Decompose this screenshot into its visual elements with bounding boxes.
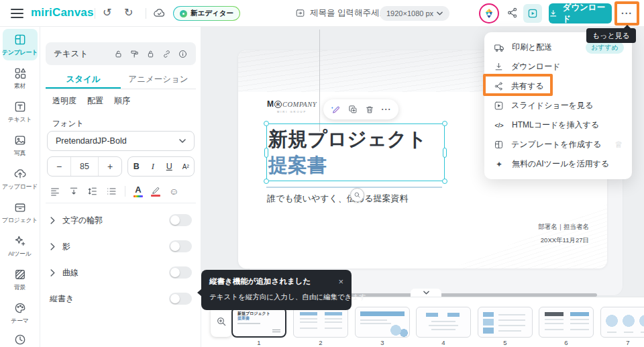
paint-roller-icon[interactable] bbox=[129, 49, 140, 59]
element-toolbar: ··· bbox=[323, 99, 398, 119]
selection-handle[interactable] bbox=[264, 148, 268, 158]
close-icon[interactable]: × bbox=[333, 277, 343, 287]
sidebar-item-projects[interactable]: プロジェクト bbox=[3, 197, 38, 228]
toggle-curve[interactable] bbox=[169, 266, 192, 279]
tab-style[interactable]: スタイル bbox=[46, 71, 121, 89]
sidebar-item-background[interactable]: 背景 bbox=[3, 264, 38, 295]
page-number: 1 bbox=[231, 339, 286, 346]
ai-magic-pen-icon[interactable] bbox=[330, 104, 341, 115]
link-align[interactable]: 配置 bbox=[87, 95, 103, 107]
duplicate-icon[interactable] bbox=[348, 105, 358, 115]
selection-handle[interactable] bbox=[443, 148, 447, 158]
filmstrip-collapse-button[interactable] bbox=[411, 289, 441, 297]
trash-icon[interactable] bbox=[365, 105, 374, 115]
menu-item-create-template[interactable]: テンプレートを作成する ♕ bbox=[484, 135, 632, 154]
font-color-icon[interactable]: A bbox=[133, 186, 143, 197]
link-icon[interactable] bbox=[162, 49, 172, 59]
lock-icon[interactable] bbox=[113, 49, 123, 59]
page-thumbnail-7[interactable] bbox=[600, 307, 644, 338]
menu-item-share[interactable]: 共有する bbox=[484, 77, 632, 96]
toggle-text-outline[interactable] bbox=[169, 214, 192, 226]
section-curve[interactable]: 曲線 bbox=[50, 264, 192, 281]
menu-item-ai-tools[interactable]: ✦ 無料のAIツールを活用する bbox=[484, 154, 632, 174]
align-icon[interactable] bbox=[50, 187, 60, 196]
copy-style-icon[interactable] bbox=[146, 49, 156, 59]
sidebar-item-theme[interactable]: テーマ bbox=[3, 297, 38, 329]
info-icon[interactable] bbox=[178, 49, 188, 59]
italic-button[interactable]: I bbox=[145, 157, 162, 176]
section-text-outline[interactable]: 文字の輪郭 bbox=[50, 212, 192, 228]
tab-animation[interactable]: アニメーション bbox=[121, 71, 196, 89]
chevron-right-icon bbox=[50, 243, 56, 250]
letter-spacing-icon[interactable] bbox=[68, 186, 79, 197]
more-menu-button[interactable]: ··· bbox=[618, 5, 636, 22]
page-thumbnail-1[interactable]: 新規プロジェクト 提案書 bbox=[231, 307, 286, 338]
toggle-vertical-writing[interactable] bbox=[169, 293, 192, 305]
sidebar-item-template[interactable]: テンプレート bbox=[3, 29, 38, 60]
selection-handle[interactable] bbox=[264, 179, 269, 184]
undo-icon[interactable]: ↺ bbox=[103, 5, 111, 20]
avatar[interactable] bbox=[479, 3, 499, 23]
font-family-select[interactable]: PretendardJP-Bold bbox=[47, 131, 195, 151]
canvas-size-dropdown[interactable]: 1920×1080 px bbox=[380, 6, 449, 21]
quick-links: 透明度 配置 順序 bbox=[52, 95, 130, 107]
time-chart-icon[interactable] bbox=[3, 333, 38, 346]
chevron-right-icon bbox=[50, 269, 56, 277]
sidebar-item-elements[interactable]: 素材 bbox=[3, 62, 38, 94]
menu-item-download[interactable]: ダウンロード bbox=[484, 57, 632, 77]
template-icon bbox=[13, 33, 27, 46]
sidebar-item-text[interactable]: テキスト bbox=[3, 96, 38, 128]
document-icon bbox=[295, 8, 305, 18]
element-more-icon[interactable]: ··· bbox=[382, 105, 392, 114]
highlight-pen-icon[interactable] bbox=[151, 186, 161, 197]
document-title-input[interactable]: 제목을 입력해주세요 bbox=[295, 7, 388, 19]
sparkle-icon: ✦ bbox=[494, 160, 504, 169]
slideshow-icon bbox=[494, 101, 504, 111]
redo-icon[interactable]: ↻ bbox=[124, 5, 133, 20]
slideshow-button[interactable] bbox=[523, 4, 542, 23]
toggle-shadow[interactable] bbox=[169, 240, 192, 252]
divider bbox=[46, 203, 196, 203]
sidebar-item-ai-tools[interactable]: AIツール bbox=[3, 230, 38, 262]
company-logo[interactable]: M R COMPANY MIRI GROUP bbox=[265, 99, 319, 113]
font-section-label: フォント bbox=[52, 119, 84, 129]
selection-handle[interactable] bbox=[264, 121, 269, 126]
font-size-increase-button[interactable]: + bbox=[99, 157, 121, 176]
font-size-decrease-button[interactable]: − bbox=[48, 157, 70, 176]
workspace-logo-icon bbox=[484, 8, 494, 19]
download-button[interactable]: ダウンロード bbox=[549, 3, 612, 23]
template-icon bbox=[494, 140, 504, 150]
underline-button[interactable]: U bbox=[161, 157, 178, 176]
list-icon[interactable] bbox=[106, 187, 117, 196]
slide-meta-text[interactable]: 部署名｜担当者名 20XX年11月27日 bbox=[490, 223, 589, 245]
background-icon bbox=[13, 268, 27, 281]
selection-handle[interactable] bbox=[442, 121, 447, 126]
slide-subtitle-text[interactable]: 誰でも使いやすく、伝わる提案資料 bbox=[267, 193, 408, 205]
menu-item-slideshow[interactable]: スライドショーを見る bbox=[484, 96, 632, 115]
section-shadow[interactable]: 影 bbox=[50, 238, 192, 254]
new-editor-badge[interactable]: 新エディター bbox=[173, 6, 240, 21]
zoom-button[interactable] bbox=[211, 306, 232, 337]
font-size-value[interactable]: 85 bbox=[70, 157, 99, 176]
selection-box[interactable] bbox=[266, 123, 445, 181]
emoji-icon[interactable]: ☺ bbox=[169, 186, 178, 197]
menu-item-html-embed[interactable]: </> HTMLコードを挿入する bbox=[484, 115, 632, 135]
page-thumbnail-5[interactable] bbox=[478, 307, 533, 338]
selection-handle[interactable] bbox=[442, 179, 447, 184]
link-opacity[interactable]: 透明度 bbox=[52, 95, 76, 107]
link-order[interactable]: 順序 bbox=[114, 95, 130, 107]
page-thumbnail-2[interactable] bbox=[293, 307, 348, 338]
sidebar-item-upload[interactable]: アップロード bbox=[3, 163, 38, 195]
superscript-button[interactable]: A² bbox=[178, 157, 195, 176]
divider bbox=[125, 186, 125, 197]
page-thumbnail-6[interactable] bbox=[539, 307, 594, 338]
section-vertical-writing[interactable]: 縦書き bbox=[50, 291, 192, 307]
line-height-icon[interactable] bbox=[87, 186, 98, 197]
sidebar-item-photos[interactable]: 写真 bbox=[3, 130, 38, 161]
page-thumbnail-4[interactable] bbox=[416, 307, 471, 338]
bold-button[interactable]: B bbox=[128, 157, 145, 176]
panel-header: テキスト bbox=[46, 42, 196, 65]
page-thumbnail-3[interactable] bbox=[355, 307, 410, 338]
hamburger-menu-icon[interactable] bbox=[11, 9, 23, 18]
share-icon[interactable] bbox=[506, 7, 519, 19]
